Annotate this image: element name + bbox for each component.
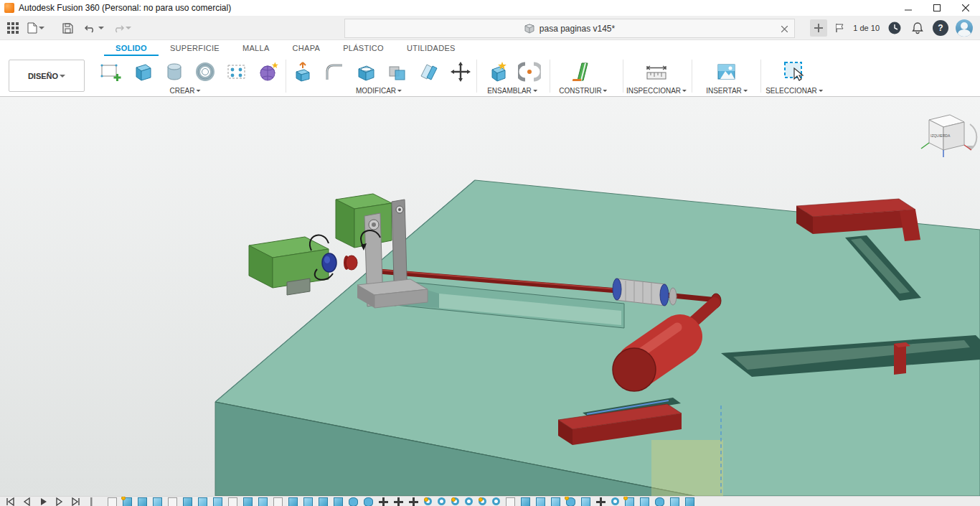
create-form-button[interactable]: [255, 59, 281, 85]
timeline-feature-extrude-icon[interactable]: [521, 497, 530, 506]
timeline-feature-cylinder-icon[interactable]: [655, 497, 664, 506]
timeline-feature-sketch-icon[interactable]: [108, 497, 117, 506]
timeline-feature-extrude-icon[interactable]: [319, 497, 328, 506]
timeline-feature-sketch-icon[interactable]: [228, 497, 237, 506]
help-button[interactable]: ?: [933, 20, 948, 36]
timeline-feature-sketch-icon[interactable]: [168, 497, 177, 506]
timeline-feature-box-icon[interactable]: [551, 497, 560, 506]
user-avatar[interactable]: [956, 19, 973, 37]
version-milestone-icon[interactable]: [834, 22, 846, 34]
group-label-ensamblar[interactable]: ENSAMBLAR: [487, 87, 537, 95]
timeline-feature-box-icon[interactable]: [213, 497, 222, 506]
tab-solido[interactable]: SOLIDO: [104, 41, 159, 56]
timeline-feature-cylinder-star-icon[interactable]: [566, 497, 575, 506]
timeline-feature-extrude-icon[interactable]: [138, 497, 147, 506]
timeline-feature-box-icon[interactable]: [153, 497, 162, 506]
workspace-selector[interactable]: DISEÑO: [9, 60, 85, 92]
save-button[interactable]: [59, 19, 76, 37]
timeline-marker[interactable]: [88, 497, 94, 506]
timeline-feature-circle-icon[interactable]: [438, 497, 446, 505]
timeline-feature-box-icon[interactable]: [581, 497, 590, 506]
timeline-feature-cylinder-icon[interactable]: [364, 497, 373, 506]
pattern-button[interactable]: [224, 59, 250, 85]
maximize-button[interactable]: [923, 0, 951, 16]
undo-button[interactable]: [82, 19, 106, 37]
timeline-feature-sketch-icon[interactable]: [506, 497, 515, 506]
timeline-feature-box-icon[interactable]: [536, 497, 545, 506]
select-button[interactable]: [781, 59, 807, 85]
fillet-button[interactable]: [321, 59, 347, 85]
torus-primitive-button[interactable]: [192, 59, 218, 85]
green-box-tall[interactable]: [336, 194, 392, 248]
viewcube-face-label[interactable]: IZQUIERDA: [930, 133, 951, 138]
timeline-feature-extrude-icon[interactable]: [243, 497, 253, 506]
timeline-feature-extrude-icon[interactable]: [334, 497, 343, 506]
group-label-insertar[interactable]: INSERTAR: [706, 87, 748, 95]
group-label-inspeccionar[interactable]: INSPECCIONAR: [626, 87, 687, 95]
timeline-feature-box-icon[interactable]: [303, 497, 313, 506]
view-cube[interactable]: IZQUIERDA: [921, 115, 976, 157]
timeline-feature-extrude-icon[interactable]: [685, 497, 694, 506]
minimize-button[interactable]: [894, 0, 923, 16]
timeline-feature-box-icon[interactable]: [258, 497, 268, 506]
group-label-seleccionar[interactable]: SELECCIONAR: [765, 87, 823, 95]
tab-utilidades[interactable]: UTILIDADES: [395, 41, 467, 56]
notifications-bell-icon[interactable]: [910, 20, 925, 36]
timeline-feature-circle-star-icon[interactable]: [424, 497, 432, 505]
timeline-play-button[interactable]: [39, 497, 47, 506]
timeline-feature-box-star-icon[interactable]: [625, 497, 634, 506]
timeline-step-back-button[interactable]: [22, 497, 31, 506]
timeline-feature-extrude-star-icon[interactable]: [123, 497, 132, 506]
create-sketch-button[interactable]: [98, 59, 123, 85]
timeline-feature-move-icon[interactable]: [409, 497, 418, 506]
timeline-skip-end-button[interactable]: [72, 497, 80, 506]
tab-chapa[interactable]: CHAPA: [281, 41, 332, 56]
viewport-canvas[interactable]: IZQUIERDA: [0, 97, 980, 496]
timeline-feature-circle-star-icon[interactable]: [479, 497, 486, 505]
timeline-feature-circle-icon[interactable]: [465, 497, 473, 505]
timeline-feature-extrude-icon[interactable]: [288, 497, 298, 506]
construction-plane-button[interactable]: [570, 59, 595, 85]
document-tab[interactable]: pasa paginas v145*: [344, 19, 795, 38]
timeline-feature-box-icon[interactable]: [670, 497, 679, 506]
green-box-left[interactable]: [249, 237, 329, 295]
measure-button[interactable]: [644, 59, 669, 85]
cylinder-primitive-button[interactable]: [161, 59, 187, 85]
document-close-icon[interactable]: [778, 23, 790, 34]
tab-malla[interactable]: MALLA: [231, 41, 281, 56]
timeline-feature-move-icon[interactable]: [596, 497, 606, 506]
new-body-button[interactable]: [129, 59, 155, 85]
timeline-feature-extrude-icon[interactable]: [183, 497, 192, 506]
redo-button[interactable]: [109, 19, 133, 37]
offset-face-button[interactable]: [416, 59, 442, 85]
timeline-feature-circle-star-icon[interactable]: [451, 497, 459, 505]
blue-roller[interactable]: [322, 253, 336, 272]
group-label-construir[interactable]: CONSTRUIR: [559, 87, 607, 95]
shell-button[interactable]: [353, 59, 379, 85]
timeline-feature-cylinder-icon[interactable]: [349, 497, 358, 506]
timeline-skip-start-button[interactable]: [6, 497, 14, 506]
app-grid-icon[interactable]: [4, 19, 22, 37]
timeline-feature-box-icon[interactable]: [198, 497, 207, 506]
version-indicator[interactable]: 1 de 10: [853, 24, 880, 32]
joint-button[interactable]: [517, 59, 542, 85]
red-knob[interactable]: [344, 256, 357, 270]
timeline-feature-move-icon[interactable]: [394, 497, 403, 506]
timeline-step-forward-button[interactable]: [55, 497, 64, 506]
new-component-button[interactable]: [485, 59, 511, 85]
timeline-feature-sketch-icon[interactable]: [273, 497, 283, 506]
move-copy-button[interactable]: [448, 59, 473, 85]
press-pull-button[interactable]: [290, 59, 316, 85]
group-label-modificar[interactable]: MODIFICAR: [356, 87, 402, 95]
job-status-clock-icon[interactable]: [887, 20, 903, 36]
insert-canvas-button[interactable]: [713, 59, 739, 85]
tab-superficie[interactable]: SUPERFICIE: [159, 41, 231, 56]
tab-plastico[interactable]: PLÁSTICO: [331, 41, 395, 56]
file-menu-button[interactable]: [27, 19, 44, 37]
timeline-feature-box-icon[interactable]: [640, 497, 649, 506]
new-document-tab-button[interactable]: [810, 19, 827, 37]
timeline-feature-move-icon[interactable]: [379, 497, 388, 506]
timeline-feature-circle-icon[interactable]: [492, 497, 500, 505]
group-label-crear[interactable]: CREAR: [169, 87, 200, 95]
timeline-feature-circle-icon[interactable]: [611, 497, 619, 505]
